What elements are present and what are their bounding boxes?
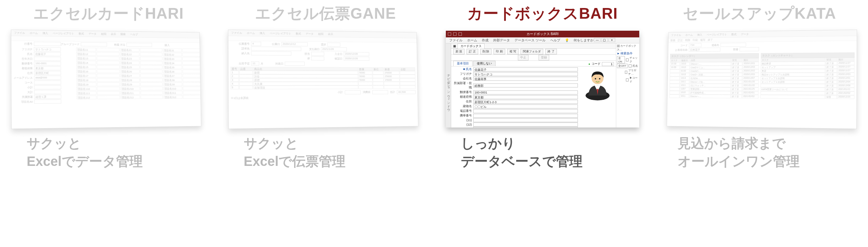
search-criteria-panel: ▦ カードボックス… ► 検索条件 全ON チェック 全OFF 氏名 フリガナ…… <box>616 44 639 128</box>
product-hari-title: エクセルカードHARI <box>33 3 184 24</box>
field-input[interactable]: 東京都 <box>473 95 578 99</box>
field-label: 会社名 <box>452 77 473 81</box>
cmd-exit[interactable]: 終 了 <box>545 49 557 54</box>
field-label: 都道府県 <box>452 95 473 99</box>
svg-point-2 <box>595 78 596 79</box>
product-bari[interactable]: カードボックスBARI カードボックス BARI ファイル ホーム 作成 外部デ… <box>434 0 651 247</box>
bari-form-fields: ■ 氏名佐藤花子フリガナサトウハナコ会社名佐藤商事所属部署・役職総務部郵便番号1… <box>451 66 579 128</box>
form-icon: ▦ <box>453 45 456 48</box>
gane-screenshot: ファイル ホーム 挿入 ページレイアウト 数式 データ 校閲 表示 伝票番号4 … <box>228 30 418 129</box>
doc-tab-cardbox[interactable]: カードボックス <box>458 44 485 49</box>
window-title: カードボックス BARI <box>527 32 559 36</box>
form-row: (12) <box>452 122 578 127</box>
form-row: フリガナサトウハナコ <box>452 72 578 76</box>
form-row: (13) <box>452 127 578 128</box>
field-input[interactable]: 佐藤商事 <box>473 77 578 81</box>
field-label: フリガナ <box>452 72 473 76</box>
form-row: 会社名佐藤商事 <box>452 77 578 81</box>
kata-screenshot: ファイル ホーム 挿入 ページレイアウト 数式 データ 新規訂正 削除印刷 複写… <box>666 30 857 129</box>
ribbon-tab-home[interactable]: ホーム <box>467 38 477 43</box>
tab-unused[interactable]: 使用しない <box>473 61 496 66</box>
ribbon-tab-extdata[interactable]: 外部データ <box>493 38 510 43</box>
code-value: 1 <box>602 62 614 66</box>
field-input[interactable]: 佐藤花子 <box>473 67 578 72</box>
field-label: 建物名 <box>452 104 473 108</box>
cmd-delete[interactable]: 削 除 <box>480 49 492 54</box>
cmd-folder[interactable]: 関連フォルダ <box>521 49 543 54</box>
product-kata-caption: 見込から請求まで オールインワン管理 <box>658 134 800 170</box>
save-icon[interactable] <box>448 32 451 36</box>
field-input[interactable] <box>473 109 578 113</box>
field-label: (11) <box>452 118 473 122</box>
field-input[interactable]: サトウハナコ <box>473 72 578 76</box>
ribbon-tab-help[interactable]: ヘルプ <box>550 38 560 43</box>
form-row: 住所新宿区片町1-2-3 <box>452 100 578 104</box>
cmd-copy[interactable]: 複 写 <box>507 49 519 54</box>
cmd-new[interactable]: 新 規 <box>453 49 465 54</box>
product-hari[interactable]: エクセルカードHARI ファイル ホーム 挿入 ページレイアウト 数式 データ … <box>0 0 217 247</box>
field-label: 電話番号 <box>452 109 473 113</box>
field-input[interactable] <box>473 127 578 128</box>
cmd-edit[interactable]: 訂 正 <box>466 49 478 54</box>
photo-area <box>579 66 616 128</box>
all-off-button[interactable]: 全OFF <box>617 64 627 68</box>
redo-icon[interactable] <box>459 32 462 36</box>
field-input[interactable] <box>473 114 578 118</box>
undo-icon[interactable] <box>453 32 457 36</box>
navigation-pane-collapsed[interactable]: ナビゲーション ウィンドウ <box>446 44 451 128</box>
ribbon-tab-file[interactable]: ファイル <box>449 38 463 43</box>
product-gane[interactable]: エクセル伝票GANE ファイル ホーム 挿入 ページレイアウト 数式 データ 校… <box>217 0 434 247</box>
form-row: 携帯番号 <box>452 113 578 118</box>
form-row: 郵便番号160-0001 <box>452 90 578 94</box>
btn-submit[interactable]: 登録 <box>538 55 549 60</box>
close-icon[interactable]: × <box>609 38 615 42</box>
avatar-icon <box>583 68 613 101</box>
form-row: 都道府県東京都 <box>452 95 578 99</box>
all-on-button[interactable]: 全ON <box>617 56 625 63</box>
product-bari-caption: しっかり データベースで管理 <box>441 134 583 170</box>
form-row: 電話番号 <box>452 109 578 113</box>
subwindow-controls[interactable]: — ▢ × <box>594 38 615 42</box>
field-label: 郵便番号 <box>452 90 473 94</box>
btn-cancel[interactable]: 中止 <box>518 55 529 60</box>
field-input[interactable] <box>473 118 578 122</box>
field-input[interactable]: 新宿区片町1-2-3 <box>473 100 578 104</box>
form-row: (11) <box>452 118 578 122</box>
maximize-icon[interactable]: ▢ <box>601 38 608 42</box>
form-row: 建物名〇〇ビル <box>452 104 578 108</box>
code-label: コード <box>592 62 600 66</box>
ribbon-tab-create[interactable]: 作成 <box>482 38 489 43</box>
field-label: (13) <box>452 127 473 128</box>
field-input[interactable]: 総務部 <box>473 83 578 87</box>
minimize-icon[interactable]: — <box>594 38 600 42</box>
svg-point-3 <box>599 78 600 79</box>
field-input[interactable]: 〇〇ビル <box>473 105 578 108</box>
product-kata[interactable]: セールスアップKATA ファイル ホーム 挿入 ページレイアウト 数式 データ … <box>651 0 868 247</box>
field-input[interactable] <box>473 122 578 127</box>
command-bar: 新 規 訂 正 削 除 印 刷 複 写 関連フォルダ 終 了 <box>451 49 616 55</box>
field-input[interactable]: 160-0001 <box>473 90 578 94</box>
field-label: (12) <box>452 123 473 126</box>
traffic-light-icon: ● <box>588 62 590 66</box>
product-kata-title: セールスアップKATA <box>683 3 836 24</box>
field-label: ■ 氏名 <box>452 67 473 72</box>
product-bari-title: カードボックスBARI <box>467 3 618 24</box>
form-row: 所属部署・役職総務部 <box>452 81 578 90</box>
quick-access-toolbar[interactable] <box>448 32 462 36</box>
form-row: ■ 氏名佐藤花子 <box>452 67 578 72</box>
field-label: 所属部署・役職 <box>452 81 473 90</box>
bari-titlebar: カードボックス BARI <box>446 31 639 37</box>
product-gane-title: エクセル伝票GANE <box>255 3 396 24</box>
cmd-print[interactable]: 印 刷 <box>494 49 505 54</box>
field-label: 携帯番号 <box>452 113 473 118</box>
field-label: 住所 <box>452 100 473 104</box>
product-hari-caption: サクッと Excelでデータ管理 <box>7 134 143 170</box>
ribbon-tab-dbtools[interactable]: データベース ツール <box>515 38 546 43</box>
product-gane-caption: サクッと Excelで伝票管理 <box>224 134 346 170</box>
hari-screenshot: ファイル ホーム 挿入 ページレイアウト 数式 データ 校閲 表示 開発 ヘルプ… <box>11 30 202 129</box>
tell-me[interactable]: 何をしますか <box>574 38 594 43</box>
bari-screenshot: カードボックス BARI ファイル ホーム 作成 外部データ データベース ツー… <box>446 31 639 128</box>
tab-basic[interactable]: 基本項目 <box>453 61 472 66</box>
